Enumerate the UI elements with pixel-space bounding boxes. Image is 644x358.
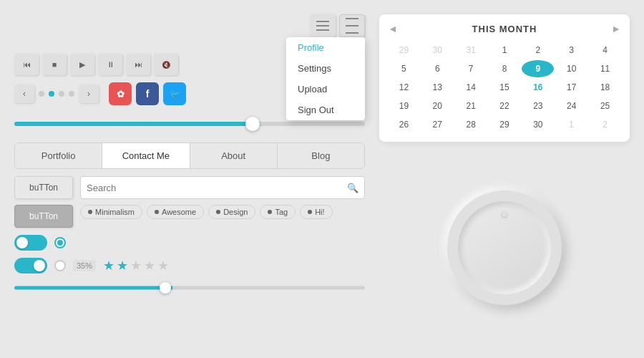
dropdown-item-settings[interactable]: Settings	[286, 58, 365, 79]
radio-1[interactable]	[54, 237, 66, 248]
toggle-2[interactable]	[14, 258, 47, 274]
tag-awesome[interactable]: Awesome	[147, 205, 204, 219]
bottom-slider[interactable]	[14, 281, 365, 295]
stars-progress-row: 35% ★ ★ ★ ★ ★	[14, 258, 365, 274]
media-stop[interactable]: ■	[42, 54, 67, 75]
cal-day-25[interactable]: 25	[589, 97, 621, 115]
calendar-prev[interactable]: ◄	[388, 23, 398, 34]
hamburger-button-left[interactable]	[310, 14, 336, 37]
cal-day-27[interactable]: 27	[421, 116, 454, 133]
tag-design[interactable]: Design	[208, 205, 255, 219]
cal-header-1: 30	[421, 42, 454, 59]
bottom-slider-thumb[interactable]	[160, 282, 171, 294]
tab-about[interactable]: About	[190, 143, 278, 168]
page-prev[interactable]: ‹	[14, 84, 34, 103]
calendar: ◄ THIS MONTH ► 29 30 31 1 2 3 4 5 6 7 8 …	[379, 14, 630, 142]
cal-day-13[interactable]: 13	[421, 79, 454, 96]
cal-day-20[interactable]: 20	[421, 97, 454, 115]
social-icon-settings[interactable]: ✿	[109, 82, 132, 105]
cal-day-8[interactable]: 8	[489, 60, 521, 77]
cal-day-12[interactable]: 12	[388, 79, 420, 96]
cal-day-7[interactable]: 7	[455, 60, 487, 77]
cal-header-4: 2	[522, 42, 554, 59]
toggle-2-knob	[34, 260, 45, 271]
cal-day-6[interactable]: 6	[421, 60, 454, 77]
knob-inner[interactable]	[458, 201, 551, 294]
search-input[interactable]	[87, 183, 347, 193]
cal-header-0: 29	[388, 42, 420, 59]
dropdown-menu: Profile Settings Upload Sign Out	[286, 37, 365, 120]
cal-day-15[interactable]: 15	[489, 79, 521, 96]
dropdown-item-upload[interactable]: Upload	[286, 79, 365, 100]
cal-day-1b[interactable]: 1	[555, 116, 587, 133]
cal-day-11[interactable]: 11	[589, 60, 621, 77]
cal-day-26[interactable]: 26	[388, 116, 420, 133]
cal-day-14[interactable]: 14	[455, 79, 487, 96]
cal-header-2: 31	[455, 42, 487, 59]
page-dot-1	[39, 91, 44, 97]
social-icon-twitter[interactable]: 🐦	[163, 82, 186, 105]
media-play[interactable]: ▶	[70, 54, 94, 75]
page-dot-3	[59, 91, 64, 97]
cal-day-10[interactable]: 10	[555, 60, 587, 77]
cal-day-17[interactable]: 17	[555, 79, 587, 96]
cal-day-9[interactable]: 9	[522, 60, 554, 77]
media-mute[interactable]: 🔇	[154, 54, 178, 75]
cal-day-19[interactable]: 19	[388, 97, 420, 115]
buttons-search-row: buTTon buTTon 🔍 Minimalism Awesome Desig…	[14, 176, 365, 228]
media-forward[interactable]: ⏭	[126, 54, 150, 75]
media-pause[interactable]: ⏸	[98, 54, 122, 75]
hamburger-button-right[interactable]	[339, 14, 365, 37]
cal-day-18[interactable]: 18	[589, 79, 621, 96]
knob-indicator	[502, 211, 507, 217]
page-dot-2	[49, 91, 54, 97]
calendar-next[interactable]: ►	[611, 23, 621, 34]
social-icon-facebook[interactable]: f	[136, 82, 159, 105]
cal-day-16[interactable]: 16	[522, 79, 554, 96]
cal-day-30[interactable]: 30	[522, 116, 554, 133]
star-rating: ★ ★ ★ ★ ★	[103, 258, 169, 274]
tab-blog[interactable]: Blog	[278, 143, 364, 168]
toggle-1[interactable]	[14, 235, 47, 251]
button-1[interactable]: buTTon	[14, 176, 73, 199]
tag-hi[interactable]: Hi!	[300, 205, 332, 219]
cal-header-3: 1	[489, 42, 521, 59]
cal-day-22[interactable]: 22	[489, 97, 521, 115]
tag-tag[interactable]: Tag	[260, 205, 296, 219]
cal-header-6: 4	[589, 42, 621, 59]
star-1[interactable]: ★	[103, 258, 114, 274]
button-2[interactable]: buTTon	[14, 205, 73, 228]
tab-portfolio[interactable]: Portfolio	[15, 143, 102, 168]
knob-outer[interactable]	[447, 190, 562, 305]
cal-header-5: 3	[555, 42, 587, 59]
media-rewind[interactable]: ⏮	[14, 54, 39, 75]
calendar-header: ◄ THIS MONTH ►	[388, 23, 621, 34]
progress-label: 35%	[73, 260, 96, 271]
star-4[interactable]: ★	[144, 258, 155, 274]
tag-minimalism[interactable]: Minimalism	[80, 205, 142, 219]
star-2[interactable]: ★	[117, 258, 128, 274]
search-button[interactable]: 🔍	[347, 183, 358, 193]
cal-day-2b[interactable]: 2	[589, 116, 621, 133]
radio-2[interactable]	[54, 260, 66, 271]
cal-day-29[interactable]: 29	[489, 116, 521, 133]
bottom-slider-track	[14, 286, 365, 290]
cal-day-5[interactable]: 5	[388, 60, 420, 77]
cal-day-23[interactable]: 23	[522, 97, 554, 115]
nav-tabs: Portfolio Contact Me About Blog	[14, 142, 365, 169]
slider-track	[14, 122, 365, 126]
tab-contact[interactable]: Contact Me	[102, 143, 190, 168]
slider-thumb[interactable]	[245, 117, 260, 131]
star-5[interactable]: ★	[157, 258, 169, 274]
cal-day-21[interactable]: 21	[455, 97, 487, 115]
dropdown-item-profile[interactable]: Profile	[286, 37, 365, 58]
cal-day-24[interactable]: 24	[555, 97, 587, 115]
main-container: Profile Settings Upload Sign Out ⏮ ■ ▶ ⏸…	[0, 0, 644, 358]
dropdown-item-signout[interactable]: Sign Out	[286, 100, 365, 120]
search-box: 🔍	[80, 176, 365, 199]
page-next[interactable]: ›	[79, 84, 99, 103]
star-3[interactable]: ★	[130, 258, 142, 274]
page-dot-4	[69, 91, 74, 97]
toggles-row	[14, 235, 365, 251]
cal-day-28[interactable]: 28	[455, 116, 487, 133]
